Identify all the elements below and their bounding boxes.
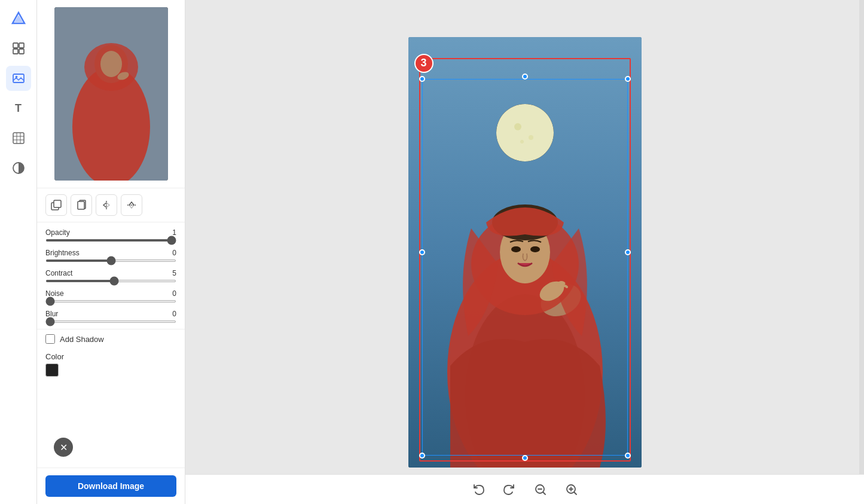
right-panel: Opacity 1 Brightness 0 Contract 5 Noise [37, 0, 185, 504]
download-btn-area: Download Image [37, 468, 185, 504]
noise-input[interactable] [45, 300, 176, 303]
grid-icon[interactable] [6, 36, 31, 61]
image-toolbar [37, 188, 185, 222]
add-shadow-row: Add Shadow [37, 329, 185, 349]
svg-rect-20 [78, 201, 84, 209]
flip-h-button[interactable] [96, 194, 117, 216]
handle-bottom-left[interactable] [419, 453, 425, 459]
sidebar: T [0, 0, 37, 504]
canvas-area: 3 [185, 0, 864, 504]
inner-selection-frame [422, 79, 628, 456]
download-image-button[interactable]: Download Image [45, 475, 176, 497]
handle-mid-right[interactable] [625, 249, 631, 255]
add-shadow-checkbox[interactable] [45, 334, 55, 344]
svg-line-40 [543, 492, 545, 494]
undo-button[interactable] [468, 479, 489, 500]
text-icon[interactable]: T [6, 96, 31, 121]
contrast-slider-row: Contract 5 [45, 269, 176, 282]
svg-rect-0 [13, 43, 18, 48]
canvas-container[interactable]: 3 [408, 37, 642, 468]
zoom-in-button[interactable] [561, 479, 582, 500]
duplicate-button[interactable] [45, 194, 67, 216]
layer-badge: 3 [414, 54, 433, 73]
image-icon[interactable] [6, 66, 31, 91]
thumbnail-image [54, 7, 168, 181]
handle-top-right[interactable] [625, 76, 631, 82]
copy-button[interactable] [71, 194, 92, 216]
handle-bottom-center[interactable] [522, 455, 528, 461]
opacity-slider-row: Opacity 1 [45, 228, 176, 242]
handle-top-left[interactable] [419, 76, 425, 82]
svg-rect-19 [54, 200, 61, 207]
adjust-icon[interactable] [6, 155, 31, 181]
svg-point-16 [100, 51, 122, 77]
svg-rect-3 [19, 49, 24, 54]
noise-slider-row: Noise 0 [45, 289, 176, 303]
bottom-toolbar [185, 474, 864, 504]
color-row: Color [37, 349, 185, 379]
color-label: Color [45, 352, 64, 361]
svg-rect-4 [13, 74, 24, 83]
handle-top-center[interactable] [522, 74, 528, 80]
color-swatch[interactable] [45, 364, 59, 377]
logo-icon[interactable] [6, 6, 31, 31]
redo-button[interactable] [499, 479, 520, 500]
handle-bottom-right[interactable] [625, 453, 631, 459]
opacity-input[interactable] [45, 239, 176, 242]
brightness-input[interactable] [45, 259, 176, 262]
pattern-icon[interactable] [6, 126, 31, 151]
zoom-out-button[interactable] [530, 479, 551, 500]
svg-rect-2 [13, 49, 18, 54]
sliders-section: Opacity 1 Brightness 0 Contract 5 Noise [37, 222, 185, 329]
layer-number: 3 [420, 57, 426, 69]
close-button[interactable]: ✕ [54, 438, 73, 457]
add-shadow-label: Add Shadow [60, 335, 104, 344]
handle-mid-left[interactable] [419, 249, 425, 255]
contrast-input[interactable] [45, 280, 176, 282]
flip-v-button[interactable] [121, 194, 142, 216]
svg-rect-1 [19, 43, 24, 48]
blur-slider-row: Blur 0 [45, 310, 176, 323]
brightness-slider-row: Brightness 0 [45, 249, 176, 262]
svg-rect-6 [13, 133, 24, 143]
scrollbar[interactable] [859, 0, 864, 474]
svg-line-44 [574, 492, 576, 494]
blur-input[interactable] [45, 320, 176, 323]
thumbnail-area [37, 0, 185, 188]
